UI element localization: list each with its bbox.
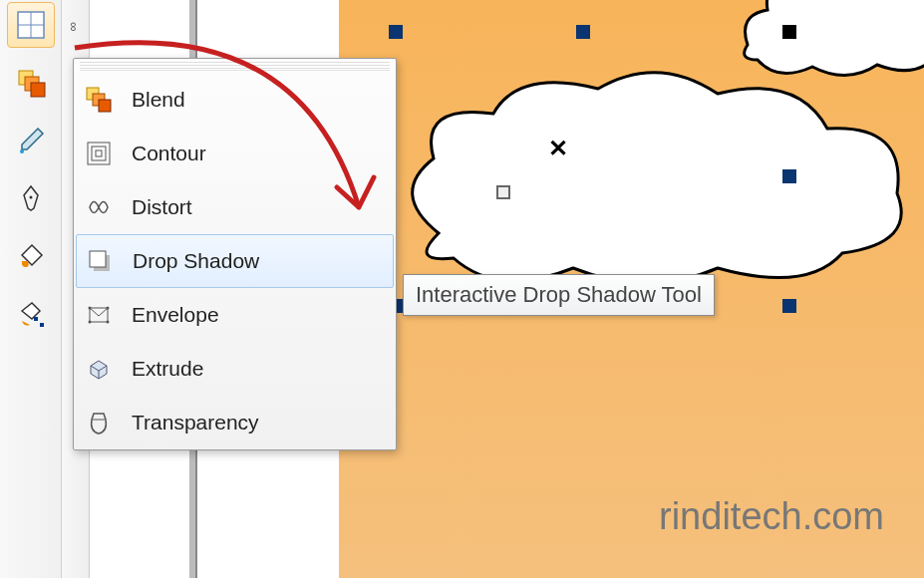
left-toolbar xyxy=(0,0,62,578)
selection-handle-br[interactable] xyxy=(782,299,796,313)
svg-rect-8 xyxy=(34,317,38,321)
envelope-icon xyxy=(84,300,114,330)
selection-handle-tl[interactable] xyxy=(389,25,403,39)
svg-rect-17 xyxy=(90,251,106,267)
eyedropper-icon xyxy=(16,126,46,155)
flyout-item-envelope[interactable]: Envelope xyxy=(74,288,396,342)
outline-pen-tool-button[interactable] xyxy=(7,175,55,221)
svg-point-20 xyxy=(89,321,92,324)
flyout-label: Blend xyxy=(132,88,185,112)
svg-rect-14 xyxy=(92,146,106,160)
nib-icon xyxy=(16,183,46,213)
ruler-mark: ∞ xyxy=(65,22,80,31)
bucket-gradient-icon xyxy=(16,299,46,329)
contour-icon xyxy=(84,139,114,168)
bucket-icon xyxy=(16,241,46,271)
svg-rect-15 xyxy=(96,150,102,156)
svg-rect-9 xyxy=(40,323,44,327)
distort-icon xyxy=(84,192,114,222)
tooltip: Interactive Drop Shadow Tool xyxy=(403,274,715,316)
flyout-label: Extrude xyxy=(132,357,203,381)
interactive-tools-flyout: Blend Contour Distort Drop Shadow Envelo… xyxy=(73,58,397,450)
transparency-icon xyxy=(84,408,114,437)
table-icon xyxy=(16,10,46,40)
flyout-item-distort[interactable]: Distort xyxy=(74,180,396,234)
svg-point-7 xyxy=(29,196,32,199)
flyout-label: Transparency xyxy=(132,411,259,434)
selection-handle-tr[interactable] xyxy=(782,25,796,39)
svg-rect-12 xyxy=(99,100,111,112)
cloud-shape-selected[interactable] xyxy=(399,64,907,293)
selection-center-marker[interactable]: ✕ xyxy=(548,135,568,162)
svg-rect-5 xyxy=(31,83,45,97)
eyedropper-tool-button[interactable] xyxy=(7,118,55,163)
flyout-item-drop-shadow[interactable]: Drop Shadow xyxy=(76,234,394,288)
blend-icon xyxy=(84,85,114,115)
blend-icon xyxy=(16,68,46,98)
fill-tool-button[interactable] xyxy=(7,233,55,279)
selection-handle-tm[interactable] xyxy=(576,25,590,39)
tooltip-text: Interactive Drop Shadow Tool xyxy=(416,282,702,307)
flyout-item-transparency[interactable]: Transparency xyxy=(74,396,396,449)
flyout-item-blend[interactable]: Blend xyxy=(74,73,396,127)
selection-handle-mr[interactable] xyxy=(782,169,796,183)
svg-rect-13 xyxy=(88,143,110,164)
rotation-handle[interactable] xyxy=(496,185,510,199)
table-tool-button[interactable] xyxy=(7,2,55,48)
extrude-icon xyxy=(84,354,114,384)
svg-point-21 xyxy=(107,321,110,324)
svg-point-18 xyxy=(89,307,92,310)
flyout-label: Envelope xyxy=(132,303,219,327)
interactive-fill-tool-button[interactable] xyxy=(7,291,55,337)
flyout-label: Distort xyxy=(132,195,192,219)
flyout-item-contour[interactable]: Contour xyxy=(74,127,396,180)
flyout-label: Drop Shadow xyxy=(133,249,259,273)
drop-shadow-icon xyxy=(85,246,115,276)
flyout-item-extrude[interactable]: Extrude xyxy=(74,342,396,396)
cloud-shape-small xyxy=(738,0,924,85)
svg-point-6 xyxy=(20,149,24,153)
watermark-text: rinditech.com xyxy=(659,495,884,538)
flyout-label: Contour xyxy=(132,142,206,165)
svg-point-19 xyxy=(107,307,110,310)
blend-tool-button[interactable] xyxy=(7,60,55,106)
flyout-grip[interactable] xyxy=(80,62,390,71)
